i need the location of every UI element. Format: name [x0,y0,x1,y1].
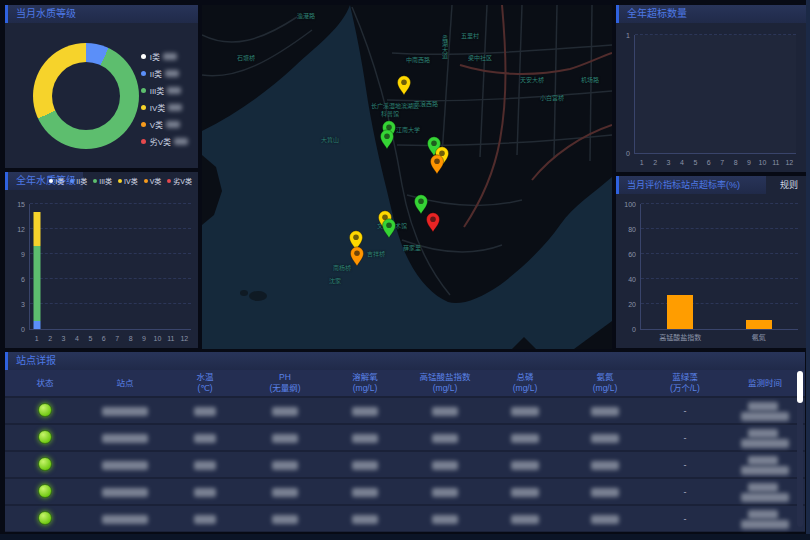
exceed-rate-chart[interactable]: 020406080100高锰酸盐指数氨氮 [640,204,798,330]
legend-item[interactable]: IV类 [141,102,188,113]
year-exceed-chart[interactable]: 01123456789101112 [634,35,796,154]
map-station-pin-icon[interactable] [349,245,365,267]
table-row[interactable]: - [5,452,805,477]
stacked-bar[interactable] [33,204,40,329]
table-row[interactable]: - [5,506,805,531]
x-axis-tick: 5 [693,159,697,166]
map-place-label: 高浪西路 [414,99,438,108]
redacted-value [432,434,458,443]
column-header[interactable]: 溶解氧(mg/L) [325,372,405,393]
x-axis-tick: 氨氮 [752,332,766,342]
table-row[interactable]: - [5,479,805,504]
scrollbar-thumb[interactable] [797,371,803,403]
legend-label: I类 [55,176,64,186]
x-axis-tick: 9 [142,335,146,342]
map-station-pin-icon[interactable] [379,128,395,150]
legend-label: II类 [150,68,162,79]
legend-item[interactable]: V类 [141,119,188,130]
redacted-value [194,515,216,524]
legend-item[interactable]: II类 [70,176,87,186]
x-axis-tick: 10 [759,159,767,166]
legend-item[interactable]: III类 [141,85,188,96]
legend-dot-icon [141,139,146,144]
column-unit: (无量纲) [245,383,325,394]
water-grade-donut-chart[interactable] [33,43,139,149]
legend-item[interactable]: II类 [141,68,188,79]
legend-item[interactable]: I类 [141,51,188,62]
legend-label: II类 [76,176,87,186]
column-header[interactable]: 状态 [5,378,85,389]
column-header[interactable]: 氨氮(mg/L) [565,372,645,393]
legend-item[interactable]: 劣V类 [141,136,188,147]
column-header[interactable]: 站点 [85,378,165,389]
bar[interactable] [746,320,772,329]
legend-value-redacted [168,104,182,111]
legend-value-redacted [166,121,180,128]
column-unit: (万个/L) [645,383,725,394]
map-station-pin-icon[interactable] [381,217,397,239]
column-name: 站点 [85,378,165,389]
column-name: 氨氮 [565,372,645,383]
column-header[interactable]: 监测时间 [725,378,805,389]
map-place-label: 蠡湖大道 [441,35,450,59]
redacted-value [194,461,216,470]
legend-value-redacted [165,70,179,77]
bar-segment [33,212,40,245]
redacted-value [591,407,619,416]
map-station-pin-icon[interactable] [396,74,412,96]
table-row[interactable]: - [5,425,805,450]
status-cell [5,403,85,419]
legend-label: V类 [150,176,162,186]
legend-item[interactable]: 劣V类 [167,176,192,186]
column-header[interactable]: 蓝绿藻(万个/L) [645,372,725,393]
column-name: 高锰酸盐指数 [405,372,485,383]
column-header[interactable]: 总磷(mg/L) [485,372,565,393]
x-axis-tick: 11 [167,335,174,342]
table-scrollbar[interactable] [797,371,803,527]
y-axis-tick: 80 [628,226,636,233]
column-header[interactable]: 水温(℃) [165,372,245,393]
x-axis-tick: 7 [115,335,119,342]
legend-value-redacted [163,53,177,60]
redacted-time [741,493,789,502]
table-row[interactable]: - [5,398,805,423]
algae-cell: - [645,406,725,416]
legend-item[interactable]: I类 [49,176,64,186]
x-axis-tick: 7 [720,159,724,166]
time-cell [725,481,805,501]
station-map[interactable]: 渔港路石塘桥五里村蠡湖大道中南西路梁中社区天安大桥机场路小白宫桥滨湖区高浪西路长… [202,5,612,349]
rules-link[interactable]: 规则 [780,176,798,194]
x-axis-tick: 2 [653,159,657,166]
column-name: 溶解氧 [325,372,405,383]
column-header[interactable]: PH(无量纲) [245,372,325,393]
redacted-value [102,407,148,416]
y-axis-tick: 20 [628,301,636,308]
x-axis-tick: 5 [88,335,92,342]
column-unit: (℃) [165,383,245,394]
column-header[interactable]: 高锰酸盐指数(mg/L) [405,372,485,393]
map-station-pin-icon[interactable] [429,153,445,175]
legend-dot-icon [167,179,171,183]
x-axis-tick: 1 [35,335,39,342]
legend-label: IV类 [150,102,166,113]
redacted-value [352,488,378,497]
redacted-value-cell [485,486,565,496]
map-place-label: 江南大学 [396,125,420,134]
legend-item[interactable]: III类 [93,176,112,186]
year-grade-chart[interactable]: 03691215123456789101112 [29,204,191,330]
y-axis-tick: 1 [626,32,630,39]
algae-cell: - [645,514,725,524]
redacted-value-cell [405,486,485,496]
y-axis-tick: 0 [632,326,636,333]
redacted-value [272,434,298,443]
dashboard: 当月水质等级 I类II类III类IV类V类劣V类 全年水质等级 I类II类III… [0,0,810,540]
redacted-date [748,510,778,519]
x-axis-tick: 12 [785,159,793,166]
legend-dot-icon [144,179,148,183]
gridline [30,228,191,229]
legend-item[interactable]: IV类 [118,176,138,186]
legend-dot-icon [141,122,146,127]
bar[interactable] [667,295,693,329]
map-station-pin-icon[interactable] [425,211,441,233]
legend-item[interactable]: V类 [144,176,162,186]
